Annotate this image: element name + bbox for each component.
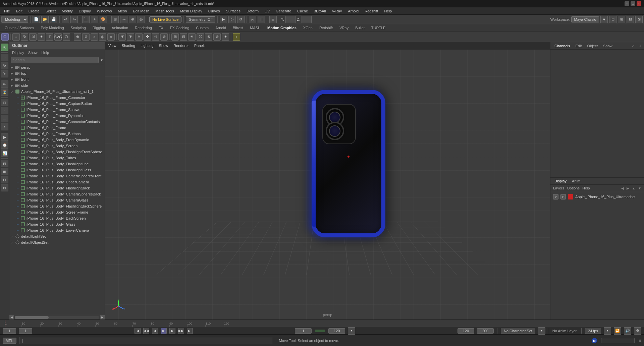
renderer-menu-item[interactable]: Renderer bbox=[171, 44, 191, 48]
menu-windows[interactable]: Windows bbox=[94, 8, 115, 14]
open-file-icon[interactable]: 📂 bbox=[41, 16, 49, 23]
tab-rendering[interactable]: Rendering bbox=[131, 25, 155, 31]
start-frame-field[interactable]: 1 bbox=[19, 328, 32, 334]
move-tool-icon[interactable]: ↔ bbox=[12, 33, 20, 41]
tab-turtle[interactable]: TURTLE bbox=[368, 25, 389, 31]
list-item[interactable]: ▷ Apple_iPhone_16_Plus_Ultramarine_ncl1_… bbox=[9, 89, 105, 95]
anim-tab[interactable]: Anim bbox=[571, 178, 582, 184]
list-item[interactable]: ↔ iPhone_16_Plus_Body_FlashlightBack bbox=[9, 185, 105, 191]
options-btn[interactable]: Options bbox=[567, 186, 580, 190]
workspace-value[interactable]: Maya Classic bbox=[571, 16, 599, 22]
list-item[interactable]: ↔ iPhone_16_Plus_Body_CameraGlass bbox=[9, 197, 105, 203]
go-to-end-btn[interactable]: ▶| bbox=[187, 328, 193, 334]
snap-pt1-icon[interactable]: ⊕ bbox=[74, 33, 81, 41]
channel-minimize-icon[interactable]: ⬆ bbox=[639, 44, 641, 48]
undo-icon[interactable]: ↩ bbox=[62, 16, 69, 23]
menu-file[interactable]: File bbox=[1, 8, 13, 14]
anim-prefs-btn[interactable]: ⚙ bbox=[634, 327, 641, 335]
render-icon[interactable]: ▶ bbox=[220, 16, 227, 23]
deform1-icon[interactable]: ⧩ bbox=[118, 33, 126, 41]
tab-redshift[interactable]: Redshift bbox=[316, 25, 336, 31]
show-manip-icon[interactable]: SVG bbox=[54, 33, 62, 41]
prev-one-frame-btn[interactable]: ◀ bbox=[152, 328, 158, 334]
list-item[interactable]: ↔ iPhone_16_Plus_Frame bbox=[9, 125, 105, 131]
layer-playback-btn[interactable]: P bbox=[560, 194, 566, 199]
face-btn[interactable]: ▪ bbox=[1, 123, 8, 130]
paint-select-icon[interactable]: 🎨 bbox=[100, 16, 107, 23]
channel-expand-icon[interactable]: ⤢ bbox=[632, 44, 635, 48]
scale-btn[interactable]: ⇲ bbox=[1, 70, 8, 77]
list-item[interactable]: ▶ top bbox=[9, 70, 105, 76]
workspace-dropdown[interactable]: Modeling bbox=[1, 16, 28, 23]
range-settings-icon[interactable]: ▼ bbox=[348, 327, 355, 335]
scene7-icon[interactable]: ✦ bbox=[222, 33, 229, 41]
add-icon[interactable]: + bbox=[233, 33, 240, 41]
audio-btn[interactable]: 🔊 bbox=[624, 327, 631, 335]
ipr-icon[interactable]: ▷ bbox=[228, 16, 236, 23]
soft-mod-icon[interactable]: T bbox=[46, 33, 53, 41]
deform3-icon[interactable]: ⚛ bbox=[135, 33, 143, 41]
settings-icon[interactable]: ☰ bbox=[269, 16, 277, 23]
show-tab[interactable]: Show bbox=[602, 43, 614, 49]
layer-down-icon[interactable]: ▼ bbox=[638, 186, 641, 190]
menu-uv[interactable]: UV bbox=[262, 8, 272, 14]
current-frame-field[interactable]: 1 bbox=[3, 328, 16, 334]
end-frame-field-2[interactable]: 120 bbox=[458, 328, 474, 334]
menu-cache[interactable]: Cache bbox=[294, 8, 311, 14]
list-item[interactable]: ↔ iPhone_16_Plus_Body_FlashlightGlass bbox=[9, 167, 105, 173]
paint-btn[interactable]: ✏ bbox=[1, 80, 8, 88]
layer-item[interactable]: V P Apple_iPhone_16_Plus_Ultramarine bbox=[553, 193, 641, 200]
layer-up-icon[interactable]: ▲ bbox=[632, 186, 635, 190]
menu-modify[interactable]: Modify bbox=[59, 8, 75, 14]
list-item[interactable]: ↔ iPhone_16_Plus_Body_FlashlightBackSphe… bbox=[9, 203, 105, 209]
anim-btn[interactable]: ▶ bbox=[1, 133, 8, 141]
viewport-panel[interactable]: View Shading Lighting Show Renderer Pane… bbox=[105, 42, 550, 320]
list-item[interactable]: ↔ iPhone_16_Plus_Frame_Screws bbox=[9, 107, 105, 113]
deform6-icon[interactable]: ⊕ bbox=[160, 33, 168, 41]
snap-pt5-icon[interactable]: ◈ bbox=[107, 33, 115, 41]
next-frame-btn[interactable]: ▶▶ bbox=[178, 328, 184, 334]
close-button[interactable]: × bbox=[637, 1, 641, 6]
tab-arnold[interactable]: Arnold bbox=[212, 25, 229, 31]
menu-redshift[interactable]: Redshift bbox=[362, 8, 381, 14]
scroll-left-btn[interactable]: ◀ bbox=[9, 315, 14, 320]
snap-grid-icon[interactable]: ⊞ bbox=[111, 16, 119, 23]
lasso-tool-icon[interactable]: ⌖ bbox=[91, 16, 98, 23]
list-item[interactable]: ↔ iPhone_16_Plus_Body_CameraSpheresBack bbox=[9, 191, 105, 197]
play-btn[interactable]: ▶ bbox=[161, 328, 167, 334]
layout1-btn[interactable]: ⊡ bbox=[1, 160, 8, 167]
layout4-btn[interactable]: ⊠ bbox=[1, 184, 8, 191]
playback-icon[interactable]: ⏯ bbox=[249, 16, 256, 23]
next-one-frame-btn[interactable]: ▶ bbox=[169, 328, 175, 334]
outliner-search-input[interactable] bbox=[11, 57, 99, 63]
scene5-icon[interactable]: ⊗ bbox=[205, 33, 212, 41]
key-btn[interactable]: ⌚ bbox=[1, 141, 8, 149]
layers-btn[interactable]: Layers bbox=[553, 186, 564, 190]
object-tab[interactable]: Object bbox=[586, 43, 599, 49]
scene1-icon[interactable]: ⊞ bbox=[171, 33, 179, 41]
menu-mesh-display[interactable]: Mesh Display bbox=[177, 8, 205, 14]
menu-edit[interactable]: Edit bbox=[13, 8, 25, 14]
layout3-btn[interactable]: ⊟ bbox=[1, 176, 8, 183]
list-item[interactable]: ↔ iPhone_16_Plus_Body_FlashlightFrontSph… bbox=[9, 149, 105, 155]
tab-motion-graphics[interactable]: Motion Graphics bbox=[264, 25, 300, 31]
menu-curves[interactable]: Curves bbox=[206, 8, 223, 14]
menu-select[interactable]: Select bbox=[43, 8, 59, 14]
list-item[interactable]: ↔ iPhone_16_Plus_Body_ScreenFrame bbox=[9, 209, 105, 215]
layout-icon-3[interactable]: ⊟ bbox=[627, 16, 634, 23]
lighting-menu-item[interactable]: Lighting bbox=[139, 44, 156, 48]
max-frame-field[interactable]: 200 bbox=[477, 328, 494, 334]
scroll-right-btn[interactable]: ▶ bbox=[100, 315, 105, 320]
edge-btn[interactable]: — bbox=[1, 115, 8, 122]
outliner-list[interactable]: ▶ persp ▶ top ▶ bbox=[9, 64, 105, 315]
layout-icon-4[interactable]: ⊠ bbox=[635, 16, 643, 23]
deform5-icon[interactable]: ❊ bbox=[152, 33, 159, 41]
vertex-btn[interactable]: · bbox=[1, 107, 8, 114]
list-item[interactable]: ↔ iPhone_16_Plus_Body_Screen bbox=[9, 143, 105, 149]
custom-tool-icon[interactable]: ⬡ bbox=[63, 33, 70, 41]
tab-xgen[interactable]: XGen bbox=[300, 25, 316, 31]
tab-rigging[interactable]: Rigging bbox=[89, 25, 108, 31]
selection-mode-btn[interactable]: □ bbox=[1, 99, 8, 106]
layer-color-swatch[interactable] bbox=[568, 194, 573, 199]
range-start-field[interactable]: 1 bbox=[295, 328, 312, 334]
